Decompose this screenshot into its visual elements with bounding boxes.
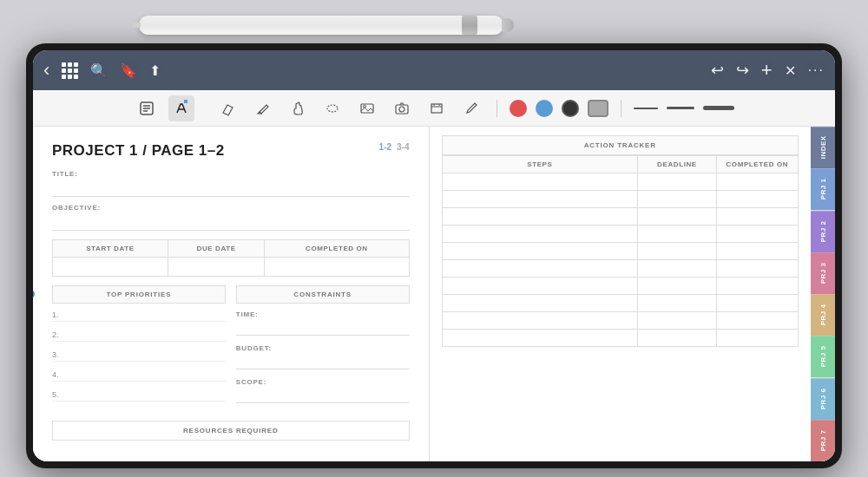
completed-cell-9[interactable] — [716, 330, 798, 347]
hand-tool[interactable] — [285, 95, 311, 121]
resources-bar: RESOURCES REQUIRED — [52, 421, 410, 441]
constraints-section: CONSTRAINTS TIME: BUDGET: SCOPE: — [236, 285, 410, 412]
textbox-tool[interactable] — [424, 95, 450, 121]
step-cell-3[interactable] — [442, 225, 638, 243]
tracker-row[interactable] — [442, 278, 799, 295]
priority-item-2[interactable]: 2. — [52, 330, 226, 342]
priority-item-3[interactable]: 3. — [52, 350, 226, 362]
pencil-tool[interactable] — [250, 95, 276, 121]
tracker-row[interactable] — [442, 173, 799, 191]
step-cell-5[interactable] — [442, 260, 638, 278]
completed-cell-5[interactable] — [716, 260, 798, 278]
completed-cell-8[interactable] — [716, 312, 798, 330]
tracker-row[interactable] — [442, 191, 799, 208]
time-input[interactable] — [236, 322, 410, 336]
back-button[interactable]: ‹ — [43, 59, 49, 82]
page-num-active[interactable]: 1-2 — [379, 142, 391, 152]
completed-on-header: COMPLETED ON — [265, 240, 409, 258]
completed-cell-7[interactable] — [716, 295, 798, 312]
tracker-row[interactable] — [442, 243, 799, 260]
lasso-tool[interactable] — [319, 95, 345, 121]
deadline-header: DEADLINE — [638, 156, 716, 173]
completed-cell-3[interactable] — [716, 225, 798, 243]
due-date-cell[interactable] — [168, 258, 264, 277]
deadline-cell-5[interactable] — [638, 260, 716, 278]
tab-prj6[interactable]: PRJ 6 — [811, 378, 835, 420]
pen-tool[interactable] — [168, 95, 194, 121]
deadline-cell-4[interactable] — [638, 243, 716, 260]
tracker-row[interactable] — [442, 312, 799, 330]
priority-item-1[interactable]: 1. — [52, 310, 226, 322]
step-cell-2[interactable] — [442, 208, 638, 225]
undo-button[interactable]: ↩ — [711, 61, 724, 80]
redo-button[interactable]: ↪ — [736, 61, 749, 80]
tab-prj7[interactable]: PRJ 7 — [811, 420, 835, 461]
image-tool[interactable] — [354, 95, 380, 121]
right-page: ACTION TRACKER STEPS DEADLINE COMPLETED … — [430, 127, 812, 461]
completed-cell-2[interactable] — [716, 208, 798, 225]
grid-button[interactable] — [62, 62, 78, 79]
tracker-row[interactable] — [442, 208, 799, 225]
objective-field[interactable] — [52, 215, 410, 231]
tracker-row[interactable] — [442, 295, 799, 312]
priority-item-4[interactable]: 4. — [52, 370, 226, 382]
budget-input[interactable] — [236, 356, 410, 369]
scope-input[interactable] — [236, 389, 410, 403]
deadline-cell-1[interactable] — [638, 191, 716, 208]
tab-prj2[interactable]: PRJ 2 — [811, 211, 835, 252]
completed-cell-4[interactable] — [716, 243, 798, 260]
color-blue[interactable] — [536, 100, 553, 117]
step-cell-4[interactable] — [442, 243, 638, 260]
ipad-screen: ‹ 🔍 🔖 ⬆ ↩ ↪ + ✕ ··· — [33, 50, 835, 461]
step-cell-0[interactable] — [442, 173, 638, 191]
completed-cell-6[interactable] — [716, 278, 798, 295]
bookmark-button[interactable]: 🔖 — [120, 62, 137, 79]
color-selected[interactable] — [588, 100, 608, 117]
deadline-cell-3[interactable] — [638, 225, 716, 243]
tab-index[interactable]: INDEX — [811, 127, 835, 168]
tab-prj3[interactable]: PRJ 3 — [811, 252, 835, 294]
stroke-medium[interactable] — [667, 107, 694, 109]
objective-label: OBJECTIVE: — [52, 204, 410, 212]
camera-tool[interactable] — [389, 95, 415, 121]
step-cell-7[interactable] — [442, 295, 638, 312]
tracker-row[interactable] — [442, 330, 799, 347]
deadline-cell-7[interactable] — [638, 295, 716, 312]
step-cell-1[interactable] — [442, 191, 638, 208]
color-black[interactable] — [562, 100, 579, 117]
step-cell-6[interactable] — [442, 278, 638, 295]
search-button[interactable]: 🔍 — [90, 62, 108, 79]
tab-prj1[interactable]: PRJ 1 — [811, 168, 835, 210]
scope-label: SCOPE: — [236, 378, 410, 386]
tracker-row[interactable] — [442, 225, 799, 243]
page-num-inactive[interactable]: 3-4 — [397, 142, 409, 152]
start-date-cell[interactable] — [53, 258, 168, 277]
tracker-row[interactable] — [442, 260, 799, 278]
deadline-cell-9[interactable] — [638, 330, 716, 347]
add-button[interactable]: + — [761, 59, 773, 82]
more-button[interactable]: ··· — [808, 62, 825, 78]
stroke-thin[interactable] — [634, 108, 658, 109]
deadline-cell-0[interactable] — [638, 173, 716, 191]
title-field[interactable] — [52, 181, 410, 197]
marker-tool[interactable] — [458, 95, 484, 121]
share-button[interactable]: ⬆ — [149, 62, 161, 79]
deadline-cell-6[interactable] — [638, 278, 716, 295]
completed-cell-0[interactable] — [716, 173, 798, 191]
completed-on-cell[interactable] — [265, 258, 409, 277]
step-cell-9[interactable] — [442, 330, 638, 347]
priority-num-5: 5. — [52, 390, 62, 399]
stroke-thick[interactable] — [703, 106, 734, 110]
step-cell-8[interactable] — [442, 312, 638, 330]
color-red[interactable] — [510, 100, 527, 117]
tab-prj5[interactable]: PRJ 5 — [811, 336, 835, 377]
eraser-tool[interactable] — [215, 95, 241, 121]
completed-cell-1[interactable] — [716, 191, 798, 208]
close-button[interactable]: ✕ — [785, 62, 796, 79]
tab-prj4[interactable]: PRJ 4 — [811, 294, 835, 336]
pencil-tip — [132, 23, 141, 28]
annotate-tool[interactable] — [134, 95, 160, 121]
priority-item-5[interactable]: 5. — [52, 390, 226, 402]
deadline-cell-2[interactable] — [638, 208, 716, 225]
deadline-cell-8[interactable] — [638, 312, 716, 330]
